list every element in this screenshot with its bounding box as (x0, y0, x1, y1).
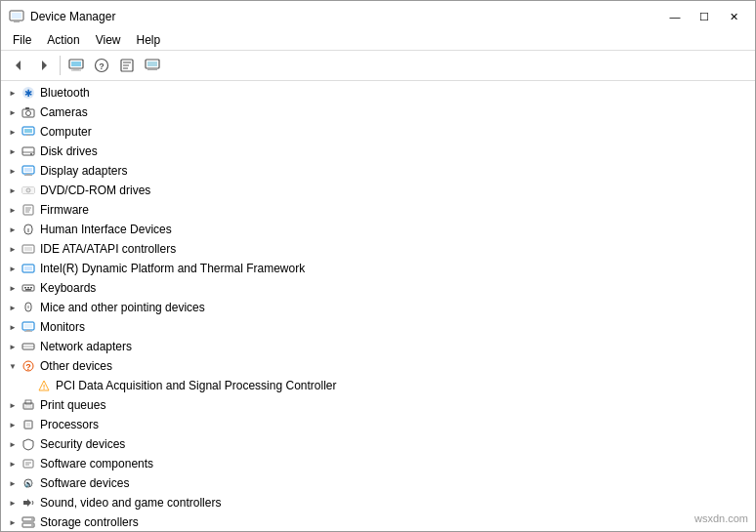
icon-other: ? (21, 358, 36, 374)
icon-storage (21, 514, 36, 530)
icon-mice (21, 300, 36, 315)
tree-item-sound[interactable]: ►Sound, video and game controllers (1, 493, 755, 512)
label-computer: Computer (40, 125, 92, 139)
tree-item-network[interactable]: ►Network adapters (1, 337, 755, 356)
svg-rect-75 (23, 501, 27, 505)
tree-item-ide[interactable]: ►IDE ATA/ATAPI controllers (1, 239, 755, 259)
svg-point-80 (31, 524, 33, 526)
tree-item-disk-drives[interactable]: ►Disk drives (1, 142, 755, 161)
expander-cameras[interactable]: ► (5, 104, 21, 120)
back-button[interactable] (7, 54, 30, 77)
label-sound: Sound, video and game controllers (40, 496, 221, 510)
expander-storage[interactable]: ► (5, 514, 21, 530)
tree-item-dvd[interactable]: ►DVD/CD-ROM drives (1, 181, 755, 200)
icon-pci: ! (36, 378, 52, 393)
tree-item-storage[interactable]: ►Storage controllers (1, 512, 755, 531)
tree-item-cameras[interactable]: ►Cameras (1, 102, 755, 122)
tree-item-mice[interactable]: ►Mice and other pointing devices (1, 298, 755, 317)
icon-bluetooth: ✱ (21, 85, 36, 101)
svg-rect-67 (25, 406, 31, 408)
expander-ide[interactable]: ► (5, 241, 21, 257)
label-ide: IDE ATA/ATAPI controllers (40, 242, 176, 256)
label-disk-drives: Disk drives (40, 144, 98, 158)
expander-mice[interactable]: ► (5, 300, 21, 315)
expander-intel[interactable]: ► (5, 261, 21, 276)
expander-other[interactable]: ▼ (5, 358, 21, 374)
menu-action[interactable]: Action (39, 30, 87, 50)
expander-dvd[interactable]: ► (5, 183, 21, 198)
menu-file[interactable]: File (5, 30, 39, 50)
tree-item-monitors[interactable]: ►Monitors (1, 317, 755, 337)
svg-text:!: ! (43, 383, 46, 391)
expander-firmware[interactable]: ► (5, 202, 21, 218)
svg-rect-50 (27, 287, 29, 289)
device-tree[interactable]: ►✱Bluetooth►Cameras►Computer►Disk drives… (1, 81, 755, 531)
forward-button[interactable] (32, 54, 56, 77)
tree-item-software-dev[interactable]: ►🔊Software devices (1, 473, 755, 493)
expander-disk-drives[interactable]: ► (5, 143, 21, 159)
svg-rect-17 (149, 68, 155, 69)
expander-software-comp[interactable]: ► (5, 456, 21, 471)
tree-item-other[interactable]: ▼?Other devices (1, 356, 755, 376)
tree-item-security[interactable]: ►Security devices (1, 434, 755, 454)
label-other: Other devices (40, 359, 112, 373)
expander-print[interactable]: ► (5, 397, 21, 413)
expander-software-dev[interactable]: ► (5, 475, 21, 491)
expander-monitors[interactable]: ► (5, 319, 21, 335)
properties-button[interactable] (115, 54, 139, 77)
icon-computer (21, 124, 36, 140)
expander-security[interactable]: ► (5, 436, 21, 452)
minimize-button[interactable]: — (661, 7, 689, 26)
expander-keyboards[interactable]: ► (5, 280, 21, 296)
svg-rect-49 (24, 287, 26, 289)
menu-view[interactable]: View (88, 30, 129, 50)
tree-item-processors[interactable]: ►Processors (1, 415, 755, 434)
svg-rect-18 (147, 69, 157, 70)
svg-rect-1 (12, 13, 21, 19)
expander-network[interactable]: ► (5, 339, 21, 354)
tree-item-hid[interactable]: ►Human Interface Devices (1, 220, 755, 239)
icon-dvd (21, 183, 36, 198)
help-icon: ? (94, 58, 109, 73)
icon-hid (21, 222, 36, 237)
icon-cameras (21, 104, 36, 120)
svg-rect-56 (24, 324, 32, 328)
svg-rect-70 (23, 460, 33, 468)
tree-item-intel[interactable]: ►Intel(R) Dynamic Platform and Thermal F… (1, 259, 755, 278)
toolbar: ? (1, 51, 755, 81)
expander-bluetooth[interactable]: ► (5, 85, 21, 101)
tree-item-keyboards[interactable]: ►Keyboards (1, 278, 755, 298)
monitor-button[interactable] (141, 54, 164, 77)
svg-point-29 (30, 153, 32, 155)
computer-icon-button[interactable] (64, 54, 88, 77)
maximize-button[interactable]: ☐ (691, 7, 718, 26)
label-firmware: Firmware (40, 203, 89, 217)
tree-item-bluetooth[interactable]: ►✱Bluetooth (1, 83, 755, 102)
tree-item-print[interactable]: ►Print queues (1, 395, 755, 415)
tree-item-pci[interactable]: !PCI Data Acquisition and Signal Process… (1, 376, 755, 395)
icon-software-comp (21, 456, 36, 471)
label-software-dev: Software devices (40, 476, 129, 490)
icon-firmware (21, 202, 36, 218)
icon-ide (21, 241, 36, 257)
forward-icon (37, 59, 51, 72)
menu-help[interactable]: Help (129, 30, 169, 50)
tree-item-firmware[interactable]: ►Firmware (1, 200, 755, 220)
tree-item-software-comp[interactable]: ►Software components (1, 454, 755, 473)
svg-rect-32 (26, 174, 30, 175)
expander-sound[interactable]: ► (5, 495, 21, 511)
expander-display-adapters[interactable]: ► (5, 163, 21, 179)
icon-keyboards (21, 280, 36, 296)
svg-text:🔊: 🔊 (24, 479, 33, 488)
svg-rect-8 (71, 70, 81, 71)
icon-sound (21, 495, 36, 511)
icon-software-dev: 🔊 (21, 475, 36, 491)
close-button[interactable]: ✕ (720, 7, 747, 26)
expander-processors[interactable]: ► (5, 417, 21, 432)
help-button[interactable]: ? (90, 54, 113, 77)
expander-hid[interactable]: ► (5, 222, 21, 237)
expander-computer[interactable]: ► (5, 124, 21, 140)
tree-item-computer[interactable]: ►Computer (1, 122, 755, 142)
svg-rect-16 (147, 61, 157, 66)
tree-item-display-adapters[interactable]: ►Display adapters (1, 161, 755, 181)
